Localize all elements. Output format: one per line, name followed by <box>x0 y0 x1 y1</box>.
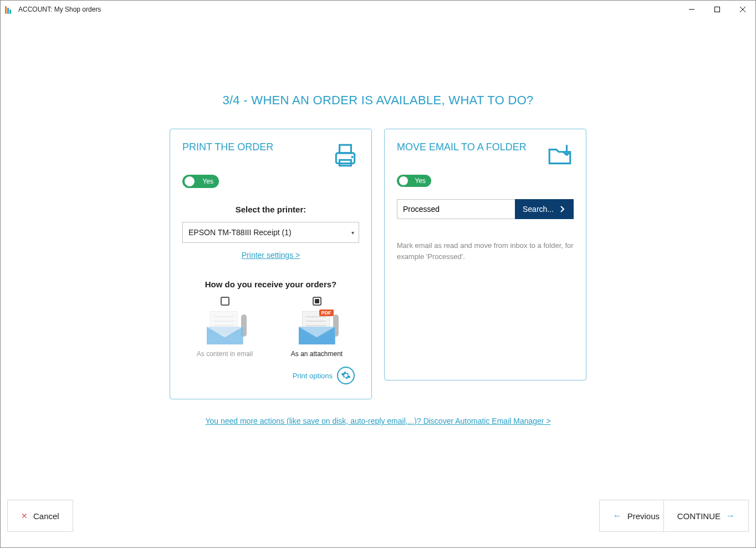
cancel-button[interactable]: ✕ Cancel <box>7 500 73 532</box>
option-content-email[interactable]: As content in email <box>192 297 258 358</box>
printer-selected-value: EPSON TM-T88III Receipt (1) <box>188 228 292 237</box>
maximize-icon <box>714 7 720 12</box>
minimize-icon <box>689 7 694 12</box>
move-hint: Mark email as read and move from inbox t… <box>397 240 574 262</box>
move-email-card: MOVE EMAIL TO A FOLDER Yes Search... Mar… <box>384 129 586 380</box>
printer-icon <box>331 141 359 169</box>
envelope-content-icon <box>202 311 248 344</box>
toggle-knob <box>399 176 408 185</box>
checkbox-attachment[interactable] <box>313 297 321 306</box>
toggle-label: Yes <box>415 177 426 185</box>
print-toggle[interactable]: Yes <box>182 175 219 188</box>
window-controls <box>679 1 755 18</box>
cards-row: PRINT THE ORDER Yes Select the printer: … <box>1 129 755 399</box>
titlebar: ACCOUNT: My Shop orders <box>1 1 755 18</box>
receive-orders-label: How do you receive your orders? <box>182 280 359 289</box>
folder-input[interactable] <box>397 199 515 219</box>
window-title: ACCOUNT: My Shop orders <box>18 6 101 13</box>
continue-button[interactable]: CONTINUE → <box>663 500 749 532</box>
printer-select-label: Select the printer: <box>182 205 359 214</box>
continue-label: CONTINUE <box>677 511 721 521</box>
move-card-title: MOVE EMAIL TO A FOLDER <box>397 141 527 153</box>
svg-rect-5 <box>340 145 351 153</box>
arrow-left-icon: ← <box>613 511 622 521</box>
option-attachment[interactable]: As an attachment <box>284 297 350 358</box>
printer-settings-link[interactable]: Printer settings > <box>182 251 359 260</box>
minimize-button[interactable] <box>679 1 704 18</box>
search-button[interactable]: Search... <box>515 199 574 219</box>
folder-download-icon <box>546 141 574 169</box>
footer: ✕ Cancel ← Previous CONTINUE → <box>1 486 755 547</box>
app-icon <box>5 5 14 14</box>
gear-icon <box>337 367 355 384</box>
previous-label: Previous <box>627 511 660 521</box>
maximize-button[interactable] <box>704 1 730 18</box>
cancel-x-icon: ✕ <box>21 511 28 520</box>
cancel-label: Cancel <box>33 511 59 521</box>
checkbox-content[interactable] <box>221 297 229 306</box>
move-toggle[interactable]: Yes <box>397 175 431 187</box>
svg-rect-1 <box>715 7 720 12</box>
print-card-title: PRINT THE ORDER <box>182 141 273 153</box>
svg-point-6 <box>351 156 353 158</box>
discover-row: You need more actions (like save on disk… <box>1 416 755 426</box>
arrow-right-icon: → <box>726 511 735 521</box>
toggle-knob <box>185 176 195 186</box>
previous-button[interactable]: ← Previous <box>599 500 673 532</box>
chevron-right-icon <box>559 206 566 212</box>
print-order-card: PRINT THE ORDER Yes Select the printer: … <box>170 129 372 399</box>
close-button[interactable] <box>730 1 755 18</box>
option-attachment-caption: As an attachment <box>284 350 350 358</box>
printer-select[interactable]: EPSON TM-T88III Receipt (1) ▾ <box>182 222 359 243</box>
toggle-label: Yes <box>202 177 213 185</box>
option-content-caption: As content in email <box>192 350 258 358</box>
close-icon <box>740 7 745 12</box>
print-options-link[interactable]: Print options <box>182 367 359 384</box>
page-heading: 3/4 - WHEN AN ORDER IS AVAILABLE, WHAT T… <box>1 93 755 108</box>
search-button-label: Search... <box>523 205 554 214</box>
discover-link[interactable]: You need more actions (like save on disk… <box>205 417 550 425</box>
chevron-down-icon: ▾ <box>351 230 354 236</box>
print-options-text: Print options <box>293 372 333 380</box>
envelope-attachment-icon <box>294 311 340 344</box>
